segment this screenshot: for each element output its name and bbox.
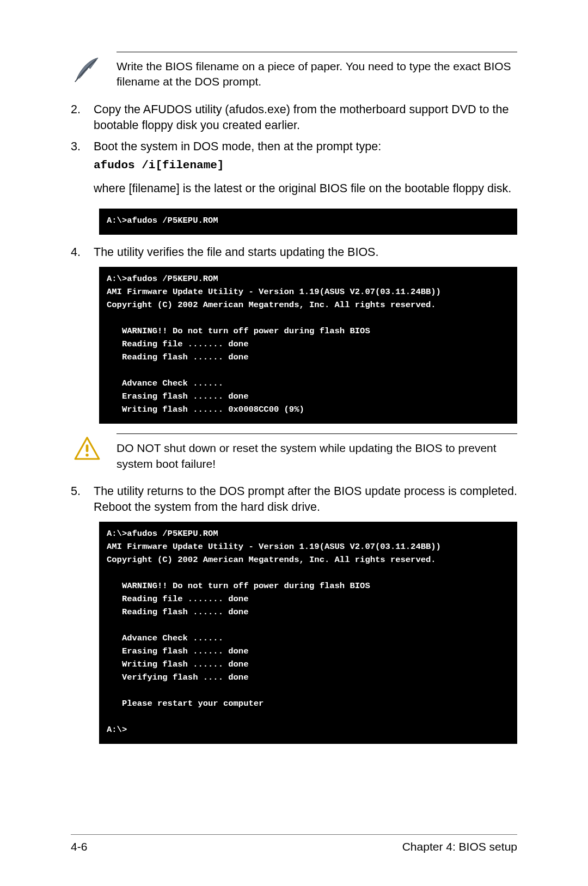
manual-page: Write the BIOS filename on a piece of pa… [0,0,588,886]
step-number: 2. [71,102,84,133]
page-number: 4-6 [71,840,87,853]
command-text: afudos /i[filename] [94,158,517,173]
warning-icon [71,433,103,462]
note-do-not-shutdown: DO NOT shut down or reset the system whi… [71,433,517,472]
step-body: Boot the system in DOS mode, then at the… [94,139,517,202]
terminal-output-3: A:\>afudos /P5KEPU.ROM AMI Firmware Upda… [99,522,517,744]
step-number: 3. [71,139,84,202]
note-text: DO NOT shut down or reset the system whi… [117,433,517,472]
step-3: 3. Boot the system in DOS mode, then at … [71,139,517,202]
step-tail: where [filename] is the latest or the or… [94,181,517,197]
terminal-output-2: A:\>afudos /P5KEPU.ROM AMI Firmware Upda… [99,267,517,424]
svg-rect-1 [86,444,89,452]
step-5: 5. The utility returns to the DOS prompt… [71,484,517,515]
note-write-filename: Write the BIOS filename on a piece of pa… [71,52,517,90]
note-text: Write the BIOS filename on a piece of pa… [117,52,517,90]
step-text: The utility verifies the file and starts… [94,245,517,260]
step-text: The utility returns to the DOS prompt af… [94,484,517,515]
step-text: Boot the system in DOS mode, then at the… [94,139,517,155]
feather-icon [71,52,103,85]
page-footer: 4-6 Chapter 4: BIOS setup [71,834,517,853]
step-number: 4. [71,245,84,260]
terminal-output-1: A:\>afudos /P5KEPU.ROM [99,209,517,235]
step-4: 4. The utility verifies the file and sta… [71,245,517,260]
svg-point-2 [85,454,88,456]
chapter-title: Chapter 4: BIOS setup [402,840,517,853]
step-2: 2. Copy the AFUDOS utility (afudos.exe) … [71,102,517,133]
step-number: 5. [71,484,84,515]
step-text: Copy the AFUDOS utility (afudos.exe) fro… [94,102,517,133]
